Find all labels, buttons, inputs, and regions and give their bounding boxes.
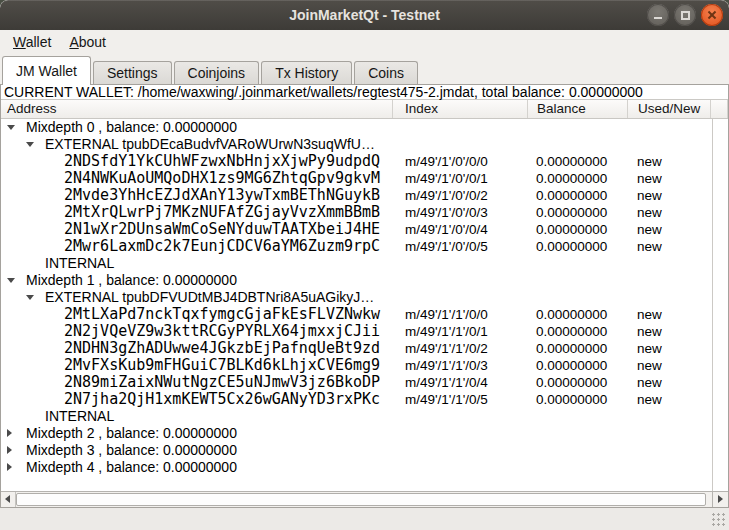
- collapse-arrow-icon[interactable]: [26, 295, 34, 300]
- column-header-index[interactable]: Index: [393, 100, 528, 118]
- cell-index: m/49'/1'/0'/0/0: [405, 153, 488, 170]
- window-title: JoinMarketQt - Testnet: [0, 0, 729, 30]
- menu-mnemonic: W: [13, 34, 26, 50]
- status-bar: [0, 506, 729, 530]
- collapse-arrow-icon[interactable]: [7, 125, 15, 130]
- table-row[interactable]: 2NDSfdY1YkCUhWFzwxNbHnjxXjwPy9udpdQm/49'…: [1, 153, 712, 170]
- cell-balance: 0.00000000: [536, 153, 607, 170]
- expand-arrow-icon[interactable]: [7, 446, 12, 454]
- tab-coinjoins[interactable]: Coinjoins: [174, 61, 260, 84]
- scroll-right-button[interactable]: [712, 492, 728, 507]
- cell-address: Mixdepth 1 , balance: 0.00000000: [1, 272, 712, 289]
- collapse-arrow-icon[interactable]: [26, 142, 34, 147]
- menu-item-about[interactable]: About: [60, 32, 115, 52]
- table-row[interactable]: 2MvFXsKub9mFHGuiC7BLKd6kLhjxCVE6mg9m/49'…: [1, 357, 712, 374]
- cell-address: Mixdepth 3 , balance: 0.00000000: [1, 442, 712, 459]
- table-row[interactable]: 2N2jVQeVZ9w3kttRCGyPYRLX64jmxxjCJiim/49'…: [1, 323, 712, 340]
- cell-address: Mixdepth 2 , balance: 0.00000000: [1, 425, 712, 442]
- collapse-arrow-icon[interactable]: [7, 278, 15, 283]
- cell-index: m/49'/1'/0'/0/4: [405, 221, 488, 238]
- column-header-address[interactable]: Address: [1, 100, 393, 118]
- cell-balance: 0.00000000: [536, 204, 607, 221]
- table-row[interactable]: 2NDHN3gZhADUwwe4JGkzbEjPafnqUeBt9zdm/49'…: [1, 340, 712, 357]
- menu-item-wallet[interactable]: Wallet: [4, 32, 60, 52]
- cell-address: Mixdepth 0 , balance: 0.00000000: [1, 119, 712, 136]
- cell-status: new: [637, 187, 662, 204]
- table-row[interactable]: 2N89miZaixNWutNgzCE5uNJmwV3jz6BkoDPm/49'…: [1, 374, 712, 391]
- column-header-used-new[interactable]: Used/New: [628, 100, 711, 118]
- minimize-button[interactable]: [647, 4, 669, 26]
- table-row[interactable]: 2N7jha2QjH1xmKEWT5Cx26wGANyYD3rxPKcm/49'…: [1, 391, 712, 408]
- table-row[interactable]: INTERNAL: [1, 255, 712, 272]
- vertical-scrollbar[interactable]: [712, 119, 728, 491]
- cell-index: m/49'/1'/0'/0/2: [405, 187, 488, 204]
- table-row[interactable]: Mixdepth 1 , balance: 0.00000000: [1, 272, 712, 289]
- horizontal-scrollbar[interactable]: [1, 491, 728, 507]
- cell-address: EXTERNAL tpubDFVUDtMBJ4DBTNri8A5uAGikyJ…: [1, 289, 712, 306]
- expand-arrow-icon[interactable]: [7, 463, 12, 471]
- cell-balance: 0.00000000: [536, 238, 607, 255]
- cell-balance: 0.00000000: [536, 306, 607, 323]
- table-row[interactable]: 2N1wXr2DUnsaWmCoSeNYduwTAATXbeiJ4HEm/49'…: [1, 221, 712, 238]
- table-row[interactable]: Mixdepth 2 , balance: 0.00000000: [1, 425, 712, 442]
- cell-address: INTERNAL: [1, 408, 712, 425]
- column-header-filler: [711, 100, 728, 118]
- arrow-right-icon: [718, 495, 723, 503]
- close-button[interactable]: [701, 4, 723, 26]
- cell-status: new: [637, 221, 662, 238]
- scrollbar-thumb[interactable]: [16, 493, 706, 506]
- tab-bar: JM WalletSettingsCoinjoinsTx HistoryCoin…: [0, 54, 729, 84]
- table-row[interactable]: 2MtXrQLwrPj7MKzNUFAfZGjayVvzXmmBBmBm/49'…: [1, 204, 712, 221]
- cell-status: new: [637, 238, 662, 255]
- cell-index: m/49'/1'/1'/0/0: [405, 306, 488, 323]
- tab-jm-wallet[interactable]: JM Wallet: [2, 56, 91, 85]
- table-row[interactable]: 2Mvde3YhHcEZJdXAnY13ywTxmBEThNGuykBm/49'…: [1, 187, 712, 204]
- expand-arrow-icon[interactable]: [7, 429, 12, 437]
- cell-index: m/49'/1'/1'/0/5: [405, 391, 488, 408]
- tab-settings[interactable]: Settings: [93, 61, 172, 84]
- current-wallet-banner: CURRENT WALLET: /home/waxwing/.joinmarke…: [1, 85, 728, 100]
- cell-balance: 0.00000000: [536, 340, 607, 357]
- tab-coins[interactable]: Coins: [354, 61, 418, 84]
- table-row[interactable]: INTERNAL: [1, 408, 712, 425]
- cell-status: new: [637, 357, 662, 374]
- table-row[interactable]: 2Mwr6LaxmDc2k7EunjCDCV6aYM6Zuzm9rpCm/49'…: [1, 238, 712, 255]
- scroll-left-button[interactable]: [1, 492, 16, 507]
- tab-tx-history[interactable]: Tx History: [261, 61, 352, 84]
- table-row[interactable]: 2N4NWKuAoUMQoDHX1zs9MG6ZhtqGpv9gkvMm/49'…: [1, 170, 712, 187]
- cell-index: m/49'/1'/1'/0/4: [405, 374, 488, 391]
- cell-status: new: [637, 170, 662, 187]
- maximize-button[interactable]: [674, 4, 696, 26]
- tree-rows: Mixdepth 0 , balance: 0.00000000EXTERNAL…: [1, 119, 712, 491]
- cell-status: new: [637, 374, 662, 391]
- cell-balance: 0.00000000: [536, 323, 607, 340]
- minimize-icon: [654, 17, 662, 19]
- maximize-icon: [681, 11, 690, 20]
- column-header-balance[interactable]: Balance: [528, 100, 628, 118]
- cell-status: new: [637, 153, 662, 170]
- cell-balance: 0.00000000: [536, 187, 607, 204]
- cell-index: m/49'/1'/1'/0/3: [405, 357, 488, 374]
- cell-index: m/49'/1'/0'/0/3: [405, 204, 488, 221]
- cell-status: new: [637, 340, 662, 357]
- window-controls: [647, 4, 723, 26]
- cell-address: EXTERNAL tpubDEcaBudvfVARoWUrwN3suqWfU…: [1, 136, 712, 153]
- cell-status: new: [637, 391, 662, 408]
- table-row[interactable]: Mixdepth 0 , balance: 0.00000000: [1, 119, 712, 136]
- resize-grip-icon[interactable]: [711, 512, 726, 527]
- cell-index: m/49'/1'/1'/0/2: [405, 340, 488, 357]
- cell-address: Mixdepth 4 , balance: 0.00000000: [1, 459, 712, 476]
- menu-bar: WalletAbout: [0, 30, 729, 54]
- table-row[interactable]: Mixdepth 3 , balance: 0.00000000: [1, 442, 712, 459]
- cell-index: m/49'/1'/1'/0/1: [405, 323, 488, 340]
- menu-mnemonic: A: [69, 34, 78, 50]
- cell-status: new: [637, 306, 662, 323]
- table-row[interactable]: EXTERNAL tpubDEcaBudvfVARoWUrwN3suqWfU…: [1, 136, 712, 153]
- table-row[interactable]: Mixdepth 4 , balance: 0.00000000: [1, 459, 712, 476]
- cell-index: m/49'/1'/0'/0/1: [405, 170, 488, 187]
- table-header: AddressIndexBalanceUsed/New: [1, 100, 728, 119]
- cell-balance: 0.00000000: [536, 221, 607, 238]
- table-row[interactable]: 2MtLXaPd7nckTqxfymgcGjaFkEsFLVZNwkwm/49'…: [1, 306, 712, 323]
- title-bar[interactable]: JoinMarketQt - Testnet: [0, 0, 729, 30]
- table-row[interactable]: EXTERNAL tpubDFVUDtMBJ4DBTNri8A5uAGikyJ…: [1, 289, 712, 306]
